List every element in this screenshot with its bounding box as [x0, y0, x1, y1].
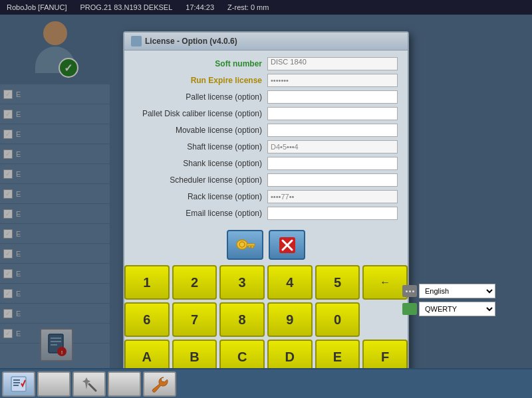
wrench-icon: [150, 375, 169, 393]
numpad-btn-0[interactable]: 0: [315, 302, 360, 337]
numpad-btn-5[interactable]: 5: [315, 265, 360, 300]
dots-indicator: [402, 285, 417, 297]
label-shaft: Shaft license (option): [134, 142, 267, 151]
taskbar: [0, 368, 532, 398]
input-email[interactable]: [267, 207, 398, 220]
modal-icon: [131, 36, 142, 47]
label-movable: Movable license (option): [134, 126, 267, 135]
form-row-run-expire: Run Expire license: [134, 74, 398, 87]
key-icon: [235, 237, 255, 253]
top-bar: RoboJob [FANUC] PROG.21 83.N193 DEKSEL 1…: [0, 0, 532, 15]
label-soft-number: Soft number: [134, 59, 267, 68]
modal-titlebar: License - Option (v4.0.6): [124, 33, 408, 50]
numpad-btn-2[interactable]: 2: [172, 265, 217, 300]
form-row-soft-number: Soft number DISC 1840: [134, 57, 398, 70]
taskbar-btn-4[interactable]: [108, 371, 141, 397]
modal-title: License - Option (v4.0.6): [145, 37, 237, 46]
keyboard-row: QWERTY AZERTY QWERTZ: [402, 302, 495, 316]
label-email: Email license (option): [134, 209, 267, 218]
input-shaft[interactable]: [267, 140, 398, 153]
input-movable[interactable]: [267, 124, 398, 137]
input-shank[interactable]: [267, 157, 398, 170]
svg-rect-17: [13, 385, 19, 386]
license-modal: License - Option (v4.0.6) Soft number DI…: [123, 31, 409, 375]
taskbar-btn-wrench[interactable]: [143, 371, 176, 397]
main-area: ✓ ✓E ✓E ✓E ✓E ✓E ✓E ✓E ✓E ✓E ✓E ✓E ✓E ✓E…: [0, 15, 532, 398]
svg-rect-16: [13, 382, 20, 383]
taskbar-btn-checklist[interactable]: [2, 371, 35, 397]
numpad-btn-7[interactable]: 7: [172, 302, 217, 337]
form-row-pallet: Pallet license (option): [134, 90, 398, 104]
taskbar-btn-2[interactable]: [37, 371, 70, 397]
form-row-rack: Rack license (option): [134, 190, 398, 203]
language-select[interactable]: English Dutch German: [419, 284, 495, 298]
svg-rect-10: [249, 246, 251, 248]
input-pallet[interactable]: [267, 90, 398, 104]
input-soft-number: DISC 1840: [267, 57, 398, 70]
prog-info: PROG.21 83.N193 DEKSEL: [80, 3, 172, 11]
numpad-btn-3[interactable]: 3: [219, 265, 265, 300]
language-panel: English Dutch German QWERTY AZERTY QWERT…: [402, 284, 495, 316]
label-rack: Rack license (option): [134, 192, 267, 201]
label-shank: Shank license (option): [134, 159, 267, 168]
form-row-shank: Shank license (option): [134, 157, 398, 170]
form-row-movable: Movable license (option): [134, 124, 398, 137]
language-row: English Dutch German: [402, 284, 495, 298]
numpad-btn-backspace[interactable]: ←: [362, 265, 408, 300]
numpad-btn-empty: [362, 302, 408, 337]
z-rest: Z-rest: 0 mm: [227, 3, 269, 11]
numpad-btn-8[interactable]: 8: [219, 302, 265, 337]
label-run-expire: Run Expire license: [134, 76, 267, 85]
keys-button[interactable]: [227, 230, 263, 260]
app-name: RoboJob [FANUC]: [7, 3, 66, 11]
time-display: 17:44:23: [186, 3, 214, 11]
tools-icon: [80, 375, 98, 393]
form-row-pallet-disk: Pallet Disk caliber license (option): [134, 107, 398, 120]
form-row-scheduler: Scheduler license (option): [134, 173, 398, 187]
label-scheduler: Scheduler license (option): [134, 175, 267, 185]
taskbar-btn-tools[interactable]: [72, 371, 106, 397]
keyboard-indicator: [402, 303, 417, 315]
close-icon: [278, 236, 297, 254]
form-row-email: Email license (option): [134, 207, 398, 220]
numpad-btn-1[interactable]: 1: [124, 265, 170, 300]
input-scheduler[interactable]: [267, 173, 398, 187]
svg-point-6: [237, 240, 247, 249]
modal-form: Soft number DISC 1840 Run Expire license…: [124, 50, 408, 230]
numpad-btn-6[interactable]: 6: [124, 302, 170, 337]
numpad: 1 2 3 4 5 ← 6 7 8 9 0 A B C D E F: [124, 265, 408, 374]
keyboard-select[interactable]: QWERTY AZERTY QWERTZ: [419, 302, 495, 316]
checklist-icon: [9, 375, 28, 393]
svg-rect-15: [13, 379, 20, 381]
svg-line-18: [89, 384, 96, 391]
numpad-btn-4[interactable]: 4: [267, 265, 313, 300]
label-pallet: Pallet license (option): [134, 92, 267, 102]
close-button[interactable]: [269, 230, 305, 260]
input-run-expire[interactable]: [267, 74, 398, 87]
form-row-shaft: Shaft license (option): [134, 140, 398, 153]
numpad-btn-9[interactable]: 9: [267, 302, 313, 337]
modal-overlay: License - Option (v4.0.6) Soft number DI…: [0, 15, 532, 398]
input-rack[interactable]: [267, 190, 398, 203]
label-pallet-disk: Pallet Disk caliber license (option): [134, 109, 267, 118]
svg-rect-9: [251, 246, 253, 248]
input-pallet-disk[interactable]: [267, 107, 398, 120]
action-buttons-row: [124, 230, 408, 260]
